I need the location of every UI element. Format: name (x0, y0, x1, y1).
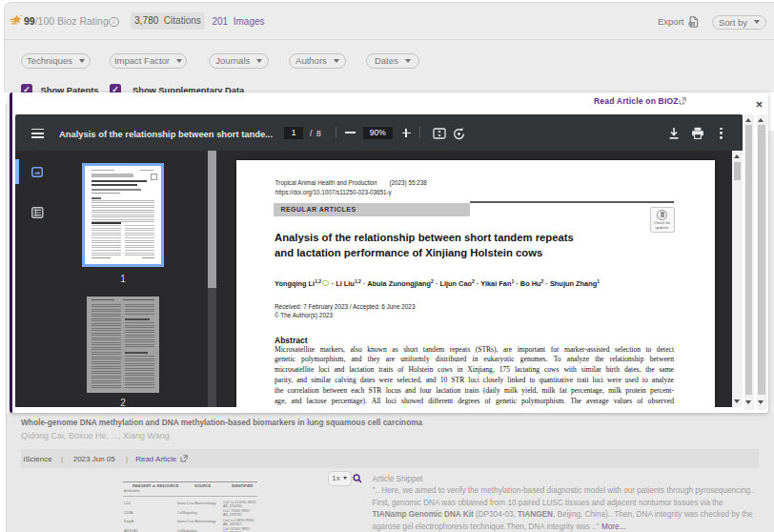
svg-text:CSV: CSV (689, 23, 697, 27)
